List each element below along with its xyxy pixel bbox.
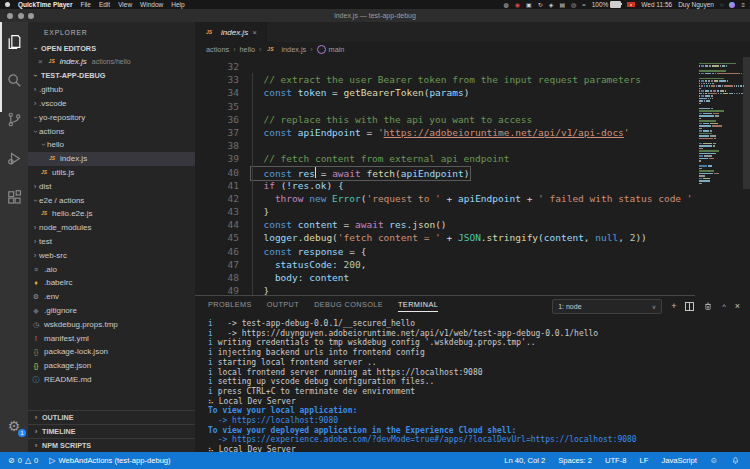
- code-line-36[interactable]: 36 // replace this with the api you want…: [195, 113, 750, 126]
- time-machine-icon[interactable]: ◍: [504, 2, 509, 8]
- feedback-smiley-icon[interactable]: ☺: [710, 456, 718, 465]
- problems-status[interactable]: ⊘ 0 △ 0: [8, 456, 38, 465]
- menu-item-file[interactable]: File: [80, 1, 90, 8]
- menu-item-edit[interactable]: Edit: [99, 1, 110, 8]
- tree-item-hello[interactable]: ›hello: [28, 138, 195, 152]
- tree-item-e2e-actions[interactable]: ›e2e / actions: [28, 193, 195, 207]
- tree-item--github[interactable]: ›.github: [28, 83, 195, 97]
- wifi-icon[interactable]: ≈: [582, 2, 585, 8]
- panel-tab-output[interactable]: OUTPUT: [267, 300, 299, 312]
- code-line-47[interactable]: 47 statusCode: 200,: [195, 258, 750, 271]
- tree-item--gitignore[interactable]: ◆.gitignore: [28, 304, 195, 318]
- tab-index-js[interactable]: JS index.js ×: [195, 22, 267, 42]
- status-language-mode[interactable]: JavaScript: [661, 456, 696, 465]
- code-line-37[interactable]: 37 const apiEndpoint = 'https://adobeior…: [195, 126, 750, 139]
- tree-item-index-js[interactable]: JSindex.js: [28, 152, 195, 166]
- section-outline[interactable]: ›OUTLINE: [28, 410, 195, 424]
- terminal-select[interactable]: 1: node ∨: [552, 299, 662, 314]
- sync-icon[interactable]: ↻: [538, 2, 543, 8]
- siri-icon[interactable]: [729, 2, 735, 8]
- tree-item-dist[interactable]: ›dist: [28, 179, 195, 193]
- status-cursor-position[interactable]: Ln 40, Col 2: [504, 456, 545, 465]
- notifications-bell-icon[interactable]: [731, 456, 740, 465]
- status-encoding[interactable]: UTF-8: [605, 456, 627, 465]
- extensions-icon[interactable]: [0, 178, 28, 217]
- code-line-33[interactable]: 33 // extract the user Bearer token from…: [195, 73, 750, 86]
- control-center-icon[interactable]: ≡: [741, 2, 745, 8]
- tree-item-actions[interactable]: ›actions: [28, 124, 195, 138]
- close-tab-icon[interactable]: ×: [252, 28, 257, 37]
- keyboard-icon[interactable]: ▤: [559, 2, 565, 8]
- search-icon[interactable]: [0, 61, 28, 100]
- section-timeline[interactable]: ›TIMELINE: [28, 424, 195, 438]
- tree-item-readme-md[interactable]: ⓘREADME.md: [28, 373, 195, 387]
- scrollbar-slider[interactable]: [743, 57, 750, 189]
- tree-item--babelrc[interactable]: ♦.babelrc: [28, 276, 195, 290]
- split-terminal-button[interactable]: [685, 302, 694, 311]
- section-npm-scripts[interactable]: ›NPM SCRIPTS: [28, 438, 195, 452]
- code-line-39[interactable]: 39 // fetch content from external api en…: [195, 152, 750, 165]
- tree-item--vscode[interactable]: ›.vscode: [28, 97, 195, 111]
- tree-item--env[interactable]: ⚙.env: [28, 290, 195, 304]
- status-eol[interactable]: LF: [640, 456, 649, 465]
- apple-logo-icon[interactable]: [5, 2, 10, 7]
- code-line-46[interactable]: 46 const response = {: [195, 245, 750, 258]
- code-line-32[interactable]: 32: [195, 60, 750, 73]
- breadcrumb-item-actions[interactable]: actions: [206, 45, 229, 54]
- code-editor[interactable]: 3233 // extract the user Bearer token fr…: [195, 57, 750, 296]
- breadcrumb-item-index-js[interactable]: JSindex.js: [265, 45, 306, 54]
- code-line-34[interactable]: 34 const token = getBearerToken(params): [195, 86, 750, 99]
- breadcrumb-item-hello[interactable]: hello: [240, 45, 255, 54]
- source-control-icon[interactable]: [0, 100, 28, 139]
- vpn-lock-icon[interactable]: ◈: [549, 2, 554, 8]
- new-terminal-button[interactable]: +: [671, 302, 676, 311]
- menu-item-help[interactable]: Help: [171, 1, 184, 8]
- open-editors-header[interactable]: › OPEN EDITORS: [28, 41, 195, 55]
- tree-item-package-json[interactable]: {}package.json: [28, 359, 195, 373]
- maximize-panel-button[interactable]: ^: [722, 303, 725, 310]
- accessibility-icon[interactable]: ◎: [571, 2, 576, 8]
- open-editor-item[interactable]: × JS index.js actions/hello: [28, 55, 195, 69]
- code-line-45[interactable]: 45 logger.debug('fetch content = ' + JSO…: [195, 231, 750, 244]
- project-header[interactable]: › TEST-APP-DEBUG: [28, 69, 195, 83]
- minimap[interactable]: [695, 57, 750, 296]
- panel-tab-terminal[interactable]: TERMINAL: [398, 300, 438, 312]
- terminal-output[interactable]: i -> test-app-debug-0.0.1/__secured_hell…: [195, 316, 750, 455]
- tree-item--aio[interactable]: ≡.aio: [28, 262, 195, 276]
- panel-tab-problems[interactable]: PROBLEMS: [208, 300, 252, 312]
- close-icon[interactable]: ×: [38, 57, 43, 66]
- tree-item-hello-e2e-js[interactable]: JShello.e2e.js: [28, 207, 195, 221]
- tree-item-test[interactable]: ›test: [28, 235, 195, 249]
- tree-item-node-modules[interactable]: ›node_modules: [28, 221, 195, 235]
- code-line-42[interactable]: 42 throw new Error('request to ' + apiEn…: [195, 192, 750, 205]
- tree-item-yo-repository[interactable]: ›yo-repository: [28, 110, 195, 124]
- tree-item-utils-js[interactable]: JSutils.js: [28, 166, 195, 180]
- status-indentation[interactable]: Spaces: 2: [558, 456, 592, 465]
- tree-item-package-lock-json[interactable]: {}package-lock.json: [28, 345, 195, 359]
- display-icon[interactable]: ▣: [526, 2, 532, 8]
- launch-status[interactable]: ▷ WebAndActions (test-app-debug): [49, 456, 170, 465]
- code-line-43[interactable]: 43 }: [195, 205, 750, 218]
- menu-item-quicktime-player[interactable]: QuickTime Player: [18, 1, 72, 8]
- menu-item-window[interactable]: Window: [140, 1, 163, 8]
- code-line-40[interactable]: 40 const res = await fetch(apiEndpoint): [195, 166, 750, 179]
- code-line-38[interactable]: 38: [195, 139, 750, 152]
- user-menu[interactable]: Duy Nguyen: [678, 1, 714, 8]
- run-debug-icon[interactable]: [0, 139, 28, 178]
- menu-item-view[interactable]: View: [118, 1, 132, 8]
- code-line-48[interactable]: 48 body: content: [195, 271, 750, 284]
- tree-item-manifest-yml[interactable]: !manifest.yml: [28, 331, 195, 345]
- kill-terminal-button[interactable]: [703, 301, 713, 311]
- code-line-44[interactable]: 44 const content = await res.json(): [195, 218, 750, 231]
- screen-recording-icon[interactable]: ◉: [515, 2, 520, 8]
- panel-tab-debug-console[interactable]: DEBUG CONSOLE: [314, 300, 383, 312]
- tree-item-web-src[interactable]: ›web-src: [28, 248, 195, 262]
- spotlight-search-icon[interactable]: ◌: [720, 2, 724, 8]
- code-line-35[interactable]: 35: [195, 100, 750, 113]
- breadcrumb-item-main[interactable]: main: [317, 45, 345, 54]
- code-line-41[interactable]: 41 if (!res.ok) {: [195, 179, 750, 192]
- explorer-icon[interactable]: [0, 22, 28, 61]
- tree-item-wskdebug-props-tmp[interactable]: ◷wskdebug.props.tmp: [28, 317, 195, 331]
- close-panel-button[interactable]: ×: [735, 302, 740, 311]
- input-source-flag-icon[interactable]: [627, 2, 635, 7]
